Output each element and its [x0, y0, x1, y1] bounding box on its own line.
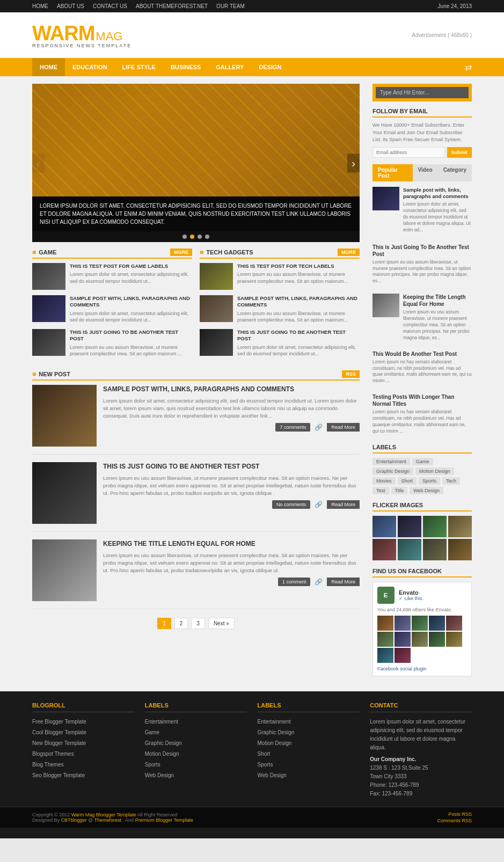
slider-dot-2[interactable] — [190, 235, 194, 239]
page-3[interactable]: 3 — [191, 618, 205, 629]
game-post-3-title[interactable]: THIS IS JUST GOING TO BE ANOTHER TEST PO… — [70, 329, 192, 342]
page-next[interactable]: Next » — [208, 618, 235, 629]
link-icon-2[interactable]: 🔗 — [315, 501, 323, 508]
label-web-design[interactable]: Web Design — [410, 487, 443, 494]
submit-btn[interactable]: Submit — [447, 147, 472, 158]
footer-link-2[interactable]: Cool Blogger Template — [32, 728, 134, 736]
footer-label-link-4[interactable]: Motion Design — [145, 750, 247, 758]
page-1[interactable]: 1 — [157, 618, 171, 629]
footer-label-link-6[interactable]: Web Design — [145, 771, 247, 779]
flicker-img-3[interactable] — [423, 516, 447, 537]
fb-thumb-3[interactable] — [412, 616, 428, 631]
flicker-img-1[interactable] — [372, 516, 396, 537]
tab-video[interactable]: Video — [413, 164, 438, 181]
read-more-3[interactable]: Read More — [327, 578, 360, 586]
tech-post-2-title[interactable]: SAMPLE POST WITH, LINKS, PARAGRAPHS AND … — [237, 295, 360, 309]
slider-dot-1[interactable] — [182, 235, 187, 239]
fb-thumb-9[interactable] — [429, 632, 445, 647]
game-more-btn[interactable]: MORE — [170, 249, 192, 256]
flicker-img-4[interactable] — [448, 516, 472, 537]
footer-link-6[interactable]: Seo Blogger Template — [32, 771, 134, 779]
fb-thumb-7[interactable] — [395, 632, 411, 647]
flicker-img-8[interactable] — [448, 539, 472, 560]
footer-warm-mag-link[interactable]: Warm Mag Bloogger Template — [71, 812, 136, 817]
fb-thumb-12[interactable] — [395, 648, 411, 663]
nav-business[interactable]: BUSINESS — [163, 58, 208, 76]
sidebar-popular-title-1[interactable]: Sample post with, links, paragraphs and … — [403, 187, 472, 200]
read-more-1[interactable]: Read More — [327, 423, 360, 432]
game-post-1-title[interactable]: THIS IS TEST POST FOR GAME LABELS — [70, 263, 192, 269]
top-nav-contact[interactable]: CONTACT US — [93, 3, 127, 9]
nav-home[interactable]: HOME — [32, 58, 65, 76]
tab-popular[interactable]: Popular Post — [372, 164, 413, 181]
sidebar-text-title-1[interactable]: This is Just Going To Be Another Test Po… — [372, 244, 472, 258]
fb-thumb-5[interactable] — [446, 616, 462, 631]
sidebar-text-title-2[interactable]: Keeping the Title Length Equal For Home — [403, 294, 472, 308]
label-graphic-design[interactable]: Graphic Design — [372, 467, 413, 475]
flicker-img-6[interactable] — [398, 539, 421, 560]
fb-thumb-6[interactable] — [377, 632, 393, 647]
top-nav-about[interactable]: ABOUT US — [57, 3, 84, 9]
label-sports[interactable]: Sports — [419, 477, 440, 485]
flicker-img-2[interactable] — [398, 516, 421, 537]
footer-link-4[interactable]: Blogspot Themes — [32, 750, 134, 758]
footer-themeforest[interactable]: Themeforest — [94, 817, 122, 823]
footer-label2-link-6[interactable]: Web Design — [258, 771, 360, 779]
fb-thumb-1[interactable] — [377, 616, 393, 631]
label-short[interactable]: Short — [398, 477, 417, 485]
game-post-2-title[interactable]: SAMPLE POST WITH, LINKS, PARAGRAPHS AND … — [70, 295, 192, 309]
tech-post-1-title[interactable]: THIS IS TEST POST FOR TECH LABELS — [237, 263, 360, 269]
page-2[interactable]: 2 — [174, 618, 188, 629]
label-test[interactable]: Test — [372, 487, 389, 494]
label-game[interactable]: Game — [412, 458, 433, 465]
read-more-2[interactable]: Read More — [327, 500, 360, 509]
footer-label-link-2[interactable]: Game — [145, 728, 247, 736]
slider-next[interactable]: › — [347, 154, 360, 172]
link-icon-1[interactable]: 🔗 — [315, 423, 323, 431]
flicker-img-5[interactable] — [372, 539, 396, 560]
footer-label-link-5[interactable]: Sports — [145, 761, 247, 769]
top-nav-home[interactable]: HOME — [32, 3, 48, 9]
footer-label2-link-4[interactable]: Short — [258, 750, 360, 758]
tech-more-btn[interactable]: MORE — [338, 249, 360, 256]
tech-post-3-title[interactable]: THIS IS JUST GOING TO BE ANOTHER TEST PO… — [237, 329, 360, 342]
shuffle-icon[interactable]: ⇄ — [465, 62, 472, 72]
label-title[interactable]: Title — [391, 487, 408, 494]
posts-rss-link[interactable]: Posts RSS — [437, 812, 472, 817]
nav-gallery[interactable]: GALLERY — [208, 58, 251, 76]
fb-thumb-2[interactable] — [395, 616, 411, 631]
fb-name[interactable]: Envato — [399, 589, 423, 596]
footer-label2-link-2[interactable]: Graphic Design — [258, 728, 360, 736]
footer-label-link-1[interactable]: Entertainment — [145, 718, 247, 726]
email-input[interactable] — [372, 147, 445, 158]
nav-design[interactable]: DESIGN — [251, 58, 289, 76]
footer-link-5[interactable]: Blog Themes — [32, 761, 134, 769]
fb-thumb-4[interactable] — [429, 616, 445, 631]
label-entertainment[interactable]: Entertainment — [372, 458, 410, 465]
featured-title-2[interactable]: THIS IS JUST GOING TO BE ANOTHER TEST PO… — [103, 462, 360, 471]
featured-title-3[interactable]: KEEPING THE TITLE LENGTH EQUAL FOR HOME — [103, 539, 360, 549]
top-nav-themeforest[interactable]: ABOUT THEMEFOREST.NET — [136, 3, 208, 9]
fb-like[interactable]: ✓ Like this. — [399, 596, 423, 601]
footer-label2-link-5[interactable]: Sports — [258, 761, 360, 769]
footer-label2-link-3[interactable]: Motion Design — [258, 739, 360, 747]
footer-cbtblogger[interactable]: CBTblogger — [61, 817, 87, 823]
nav-education[interactable]: EDUCATION — [65, 58, 115, 76]
top-nav-team[interactable]: OUR TEAM — [216, 3, 245, 9]
footer-premium-blogger[interactable]: Premium Blogger Template — [135, 817, 193, 823]
featured-title-1[interactable]: SAMPLE POST WITH, LINKS, PARAGRAPHS AND … — [103, 385, 360, 394]
footer-label2-link-1[interactable]: Entertainment — [258, 718, 360, 726]
comments-rss-link[interactable]: Comments RSS — [437, 818, 472, 823]
sidebar-text-title-4[interactable]: Testing Posts With Longer Than Normal Ti… — [372, 393, 472, 407]
tab-category[interactable]: Category — [438, 164, 472, 181]
fb-thumb-11[interactable] — [377, 648, 393, 663]
slider-dot-4[interactable] — [205, 235, 209, 239]
slider-dot-3[interactable] — [198, 235, 202, 239]
label-motion-design[interactable]: Motion Design — [415, 467, 454, 475]
fb-thumb-8[interactable] — [412, 632, 428, 647]
nav-lifestyle[interactable]: LIFE STYLE — [115, 58, 163, 76]
sidebar-text-title-3[interactable]: This Would Be Another Test Post — [372, 350, 472, 357]
flicker-img-7[interactable] — [423, 539, 447, 560]
footer-label-link-3[interactable]: Graphic Design — [145, 739, 247, 747]
link-icon-3[interactable]: 🔗 — [315, 578, 323, 586]
